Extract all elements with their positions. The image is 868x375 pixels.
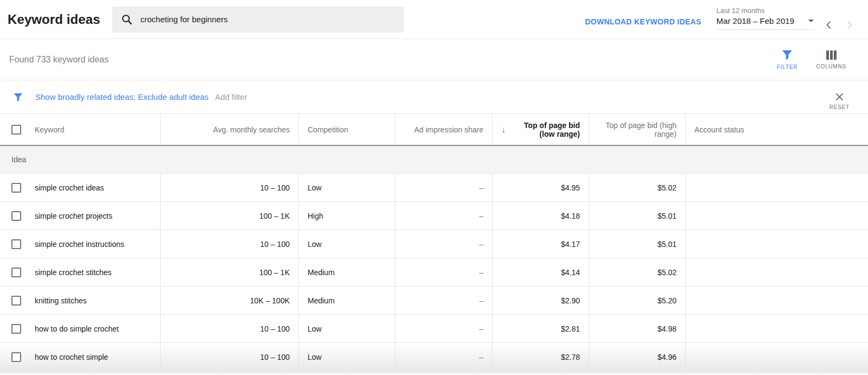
table-row[interactable]: simple crochet stitches 100 – 1K Medium … (0, 258, 868, 287)
searches-cell: 10K – 100K (160, 287, 298, 314)
row-checkbox[interactable] (11, 211, 21, 221)
low-bid-cell: $4.18 (492, 202, 589, 230)
account-status-cell (685, 230, 868, 258)
top-bar: Keyword ideas DOWNLOAD KEYWORD IDEAS Las… (0, 0, 868, 39)
account-status-cell (685, 174, 868, 201)
column-header-account-status[interactable]: Account status (685, 114, 868, 145)
competition-cell: Medium (298, 258, 395, 286)
high-bid-cell: $5.20 (589, 287, 685, 314)
keyword-cell: simple crochet stitches (35, 268, 112, 277)
keyword-cell: simple crochet ideas (35, 183, 104, 192)
ad-impression-share-cell: – (395, 258, 492, 286)
ad-impression-share-cell: – (395, 343, 492, 371)
account-status-cell (685, 315, 868, 342)
reset-button-label: RESET (829, 104, 850, 110)
searches-cell: 10 – 100 (160, 315, 298, 342)
competition-cell: Low (298, 230, 395, 258)
top-bar-right: DOWNLOAD KEYWORD IDEAS Last 12 months Ma… (585, 7, 855, 32)
column-header-competition[interactable]: Competition (298, 114, 395, 145)
table-row[interactable]: simple crochet projects 100 – 1K High – … (0, 202, 868, 230)
row-checkbox[interactable] (11, 268, 21, 277)
row-checkbox[interactable] (11, 324, 21, 334)
table-row[interactable]: simple crochet ideas 10 – 100 Low – $4.9… (0, 174, 868, 202)
download-keyword-ideas-button[interactable]: DOWNLOAD KEYWORD IDEAS (585, 17, 701, 26)
close-icon (834, 92, 845, 102)
active-filters-link[interactable]: Show broadly related ideas; Exclude adul… (35, 92, 208, 101)
keyword-cell: knitting stitches (35, 296, 87, 305)
chevron-right-icon (844, 20, 855, 30)
sort-descending-icon: ↓ (501, 125, 506, 135)
column-header-top-of-page-bid-low-label: Top of page bid (low range) (509, 121, 580, 138)
columns-icon (826, 49, 837, 60)
keyword-cell: how to do simple crochet (35, 325, 119, 333)
results-bar: Found 733 keyword ideas FILTER COLUMNS (0, 39, 868, 80)
filter-button[interactable]: FILTER (777, 49, 798, 70)
table-row[interactable]: knitting stitches 10K – 100K Medium – $2… (0, 287, 868, 315)
row-checkbox[interactable] (11, 239, 21, 249)
competition-cell: Low (298, 343, 395, 371)
searches-cell: 100 – 1K (160, 202, 298, 230)
page-title: Keyword ideas (8, 12, 100, 27)
columns-button-label: COLUMNS (816, 63, 846, 69)
select-all-checkbox[interactable] (11, 125, 21, 135)
keyword-cell: how to crochet simple (35, 353, 108, 361)
competition-cell: Low (298, 174, 395, 201)
table-row[interactable]: how to crochet simple 10 – 100 Low – $2.… (0, 343, 868, 371)
low-bid-cell: $4.14 (492, 258, 589, 286)
header-keyword: Keyword (0, 114, 160, 145)
filter-bar: Show broadly related ideas; Exclude adul… (0, 80, 868, 114)
column-header-top-of-page-bid-low[interactable]: ↓ Top of page bid (low range) (492, 114, 589, 145)
high-bid-cell: $4.98 (589, 315, 685, 342)
low-bid-cell: $4.95 (492, 174, 589, 201)
high-bid-cell: $4.96 (589, 343, 685, 371)
filter-funnel-icon (781, 49, 793, 60)
columns-button[interactable]: COLUMNS (816, 49, 846, 70)
search-input[interactable] (141, 15, 395, 24)
add-filter-button[interactable]: Add filter (215, 92, 247, 101)
section-row-idea: Idea (0, 146, 868, 174)
low-bid-cell: $2.90 (492, 287, 589, 314)
searches-cell: 10 – 100 (160, 343, 298, 371)
searches-cell: 100 – 1K (160, 258, 298, 286)
ad-impression-share-cell: – (395, 315, 492, 342)
column-header-keyword[interactable]: Keyword (35, 125, 64, 134)
low-bid-cell: $2.81 (492, 315, 589, 342)
chevron-down-icon (808, 20, 814, 22)
account-status-cell (685, 202, 868, 230)
date-range-label: Last 12 months (717, 7, 814, 15)
account-status-cell (685, 343, 868, 371)
table-row[interactable]: how to do simple crochet 10 – 100 Low – … (0, 315, 868, 343)
high-bid-cell: $5.02 (589, 258, 685, 286)
row-checkbox[interactable] (11, 296, 21, 306)
competition-cell: High (298, 202, 395, 230)
ad-impression-share-cell: – (395, 287, 492, 314)
competition-cell: Medium (298, 287, 395, 314)
column-header-top-of-page-bid-high[interactable]: Top of page bid (high range) (589, 114, 685, 145)
date-range-value: Mar 2018 – Feb 2019 (717, 16, 794, 26)
account-status-cell (685, 287, 868, 314)
column-header-avg-monthly-searches[interactable]: Avg. monthly searches (160, 114, 298, 145)
keyword-cell: simple crochet projects (35, 212, 112, 220)
competition-cell: Low (298, 315, 395, 342)
previous-period-button[interactable] (824, 20, 834, 32)
low-bid-cell: $4.17 (492, 230, 589, 258)
table-bottom-fade (0, 371, 868, 374)
ad-impression-share-cell: – (395, 202, 492, 230)
row-checkbox[interactable] (11, 352, 21, 362)
date-range-picker[interactable]: Last 12 months Mar 2018 – Feb 2019 (717, 7, 814, 30)
row-checkbox[interactable] (11, 183, 21, 193)
keyword-cell: simple crochet instructions (35, 240, 124, 249)
next-period-button[interactable] (844, 20, 855, 32)
chevron-left-icon (824, 20, 834, 30)
keyword-search-box[interactable] (112, 7, 404, 33)
ad-impression-share-cell: – (395, 174, 492, 201)
high-bid-cell: $5.02 (589, 174, 685, 201)
ad-impression-share-cell: – (395, 230, 492, 258)
low-bid-cell: $2.78 (492, 343, 589, 371)
reset-filters-button[interactable]: RESET (829, 92, 850, 110)
account-status-cell (685, 258, 868, 286)
search-icon (121, 14, 133, 26)
column-header-ad-impression-share[interactable]: Ad impression share (395, 114, 492, 145)
table-row[interactable]: simple crochet instructions 10 – 100 Low… (0, 230, 868, 258)
filter-button-label: FILTER (777, 64, 798, 70)
